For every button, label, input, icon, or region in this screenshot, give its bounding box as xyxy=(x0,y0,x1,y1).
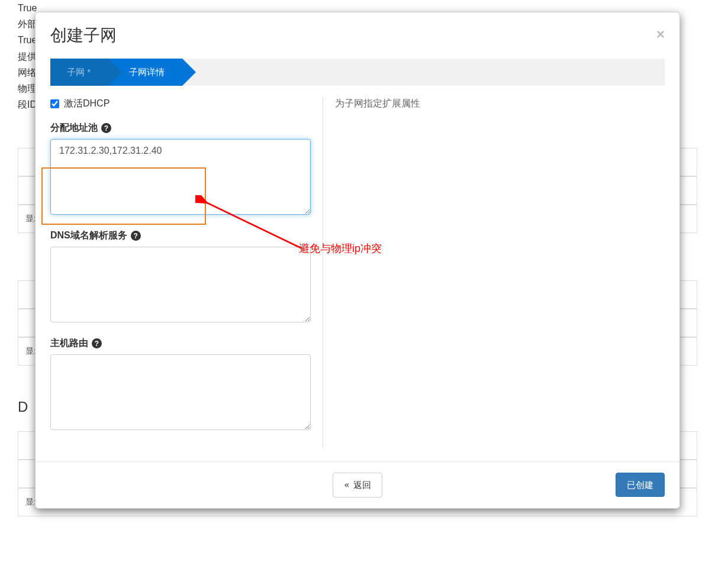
wizard-nav: 子网 * 子网详情 xyxy=(50,59,665,86)
info-column: 为子网指定扩展属性 xyxy=(323,98,665,447)
info-text: 为子网指定扩展属性 xyxy=(335,98,665,110)
chevron-left-icon: « xyxy=(344,480,348,490)
dns-group: DNS域名解析服务 ? xyxy=(50,230,311,324)
allocation-pool-group: 分配地址池 ? xyxy=(50,122,311,217)
allocation-pool-label: 分配地址池 ? xyxy=(50,122,311,134)
form-column: 激活DHCP 分配地址池 ? DNS域名解析服务 ? xyxy=(50,98,323,447)
help-icon[interactable]: ? xyxy=(101,123,111,133)
help-icon[interactable]: ? xyxy=(131,231,141,241)
allocation-pool-label-text: 分配地址池 xyxy=(50,122,98,134)
dns-label-text: DNS域名解析服务 xyxy=(50,230,127,242)
back-button-label: 返回 xyxy=(353,480,371,490)
submit-button-label: 已创建 xyxy=(627,480,653,490)
dns-input[interactable] xyxy=(50,247,311,322)
create-subnet-modal: 创建子网 × 子网 * 子网详情 激活DHCP 分配地 xyxy=(35,12,680,509)
dhcp-label: 激活DHCP xyxy=(64,98,109,110)
wizard-step-subnet[interactable]: 子网 * xyxy=(50,59,108,86)
dhcp-checkbox-row: 激活DHCP xyxy=(50,98,311,110)
submit-button[interactable]: 已创建 xyxy=(616,473,665,497)
modal-footer: « 返回 已创建 xyxy=(36,461,679,508)
host-routes-input[interactable] xyxy=(50,354,311,430)
allocation-pool-input[interactable] xyxy=(50,139,311,215)
host-routes-label: 主机路由 ? xyxy=(50,337,311,350)
modal-body: 子网 * 子网详情 激活DHCP 分配地址池 ? xyxy=(36,59,679,461)
modal-header: 创建子网 × xyxy=(36,12,679,59)
modal-columns: 激活DHCP 分配地址池 ? DNS域名解析服务 ? xyxy=(50,98,665,447)
dns-label: DNS域名解析服务 ? xyxy=(50,230,311,242)
host-routes-group: 主机路由 ? xyxy=(50,337,311,432)
wizard-step-label: 子网 * xyxy=(67,67,91,77)
dhcp-checkbox[interactable] xyxy=(50,99,59,108)
help-icon[interactable]: ? xyxy=(92,338,102,348)
back-button[interactable]: « 返回 xyxy=(333,473,382,497)
close-icon[interactable]: × xyxy=(656,27,665,41)
host-routes-label-text: 主机路由 xyxy=(50,337,88,350)
wizard-step-label: 子网详情 xyxy=(129,67,165,77)
modal-title: 创建子网 xyxy=(50,24,665,47)
